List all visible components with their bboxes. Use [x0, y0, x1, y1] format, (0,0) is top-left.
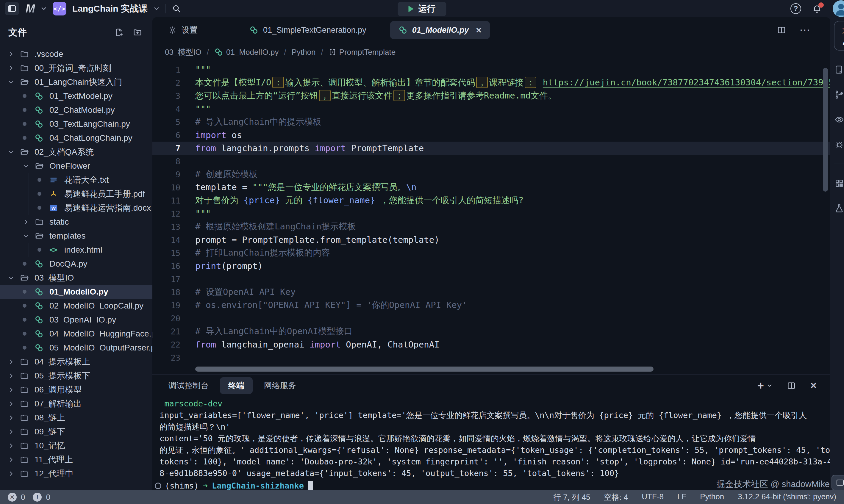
- statusbar-item[interactable]: Python: [700, 492, 724, 503]
- tree-folder-06_调用模型[interactable]: 06_调用模型: [0, 383, 152, 397]
- breadcrumb-item-PromptTemplate[interactable]: PromptTemplate: [328, 48, 396, 57]
- code-line-7[interactable]: 7from langchain.prompts import PromptTem…: [152, 142, 830, 155]
- panel-tab-调试控制台[interactable]: 调试控制台: [160, 377, 217, 394]
- tree-folder-03_模型IO[interactable]: 03_模型IO: [0, 271, 152, 285]
- tree-file-03_OpenAI_IO.py[interactable]: 03_OpenAI_IO.py: [0, 313, 152, 327]
- floating-panel-button[interactable]: [831, 475, 844, 490]
- tree-folder-static[interactable]: static: [0, 215, 152, 229]
- statusbar-item[interactable]: LF: [677, 492, 686, 503]
- code-line-19[interactable]: 19# os.environ["OPENAI_API_KEY"] = '你的Op…: [152, 299, 830, 312]
- code-line-1[interactable]: 1""": [152, 63, 830, 76]
- code-line-14[interactable]: 14prompt = PromptTemplate.from_template(…: [152, 233, 830, 246]
- statusbar-item[interactable]: UTF-8: [642, 492, 664, 503]
- errors-count[interactable]: 0: [21, 493, 25, 502]
- tree-file-04_ChatLongChain.py[interactable]: 04_ChatLongChain.py: [0, 131, 152, 145]
- tree-folder-01_LangChain快速入门[interactable]: 01_LangChain快速入门: [0, 75, 152, 89]
- statusbar-item[interactable]: 空格: 4: [604, 492, 628, 503]
- code-line-16[interactable]: 16print(prompt): [152, 259, 830, 272]
- tree-folder-templates[interactable]: templates: [0, 229, 152, 243]
- tree-file-01_ModelIO.py[interactable]: 01_ModelIO.py: [0, 285, 152, 299]
- flask-icon[interactable]: [834, 202, 844, 214]
- tree-folder-.vscode[interactable]: .vscode: [0, 47, 152, 61]
- tree-folder-04_提示模板上[interactable]: 04_提示模板上: [0, 355, 152, 368]
- tab-设置[interactable]: 设置: [160, 21, 206, 39]
- grid-icon[interactable]: [834, 177, 844, 189]
- split-panel-icon[interactable]: [787, 381, 796, 390]
- sidebar-toggle-button[interactable]: [5, 2, 19, 15]
- statusbar-item[interactable]: 行 7, 列 45: [553, 492, 590, 503]
- code-line-23[interactable]: 23: [152, 351, 830, 364]
- code-line-22[interactable]: 22from langchain_openai import OpenAI, C…: [152, 338, 830, 351]
- tree-folder-00_开篇词_奇点时刻[interactable]: 00_开篇词_奇点时刻: [0, 61, 152, 75]
- warnings-icon[interactable]: !: [33, 493, 42, 502]
- tree-file-04_ModelIO_HuggingFace.py[interactable]: 04_ModelIO_HuggingFace.py: [0, 327, 152, 341]
- eye-icon[interactable]: [834, 114, 844, 126]
- code-line-8[interactable]: 8: [152, 155, 830, 168]
- tab-01_SimpleTextGeneration.py[interactable]: 01_SimpleTextGeneration.py: [241, 21, 375, 39]
- breadcrumb-item-Python[interactable]: Python: [292, 48, 316, 57]
- tree-file-03_TextLangChain.py[interactable]: 03_TextLangChain.py: [0, 117, 152, 131]
- notifications-bell-icon[interactable]: [812, 4, 822, 14]
- terminal-chevron-down-icon[interactable]: [767, 384, 772, 388]
- code-line-9[interactable]: 9# 创建原始模板: [152, 168, 830, 181]
- horizontal-scrollbar[interactable]: [195, 366, 653, 372]
- tree-file-02_ModelIO_LoopCall.py[interactable]: 02_ModelIO_LoopCall.py: [0, 299, 152, 313]
- new-file-icon[interactable]: [115, 28, 124, 37]
- statusbar-item[interactable]: 3.12.2 64-bit ('shims': pyenv): [738, 492, 836, 503]
- code-line-3[interactable]: 3您可以点击最上方的“运行”按钮，直接运行该文件；更多操作指引请参考Readme…: [152, 89, 830, 102]
- tree-folder-07_解析输出[interactable]: 07_解析输出: [0, 397, 152, 411]
- tree-file-01_TextModel.py[interactable]: 01_TextModel.py: [0, 89, 152, 103]
- tree-file-index.html[interactable]: <>index.html: [0, 243, 152, 257]
- tree-file-易速鲜花员工手册.pdf[interactable]: 易速鲜花员工手册.pdf: [0, 187, 152, 201]
- code-editor[interactable]: 1"""2本文件是【模型I/O：输入提示、调用模型、解析输出】章节的配套代码，课…: [152, 61, 830, 374]
- errors-icon[interactable]: ✕: [8, 493, 17, 502]
- more-actions-icon[interactable]: ⋯: [800, 24, 811, 36]
- code-line-2[interactable]: 2本文件是【模型I/O：输入提示、调用模型、解析输出】章节的配套代码，课程链接：…: [152, 76, 830, 89]
- code-line-11[interactable]: 11对于售价为 {price} 元的 {flower_name} ，您能提供一个…: [152, 194, 830, 207]
- tree-file-花语大全.txt[interactable]: 花语大全.txt: [0, 173, 152, 187]
- help-icon[interactable]: ?: [790, 3, 801, 14]
- code-line-5[interactable]: 5# 导入LangChain中的提示模板: [152, 115, 830, 128]
- tree-file-DocQA.py[interactable]: DocQA.py: [0, 257, 152, 271]
- code-line-17[interactable]: 17: [152, 272, 830, 286]
- panel-tab-网络服务[interactable]: 网络服务: [256, 377, 304, 394]
- tree-folder-02_文档QA系统[interactable]: 02_文档QA系统: [0, 145, 152, 159]
- code-line-15[interactable]: 15# 打印LangChain提示模板的内容: [152, 246, 830, 259]
- ai-assistant-icon[interactable]: ✳A: [834, 21, 844, 51]
- course-link[interactable]: https://juejin.cn/book/73877023474361303…: [543, 77, 830, 88]
- code-line-21[interactable]: 21# 导入LangChain中的OpenAI模型接口: [152, 325, 830, 338]
- vertical-scrollbar[interactable]: [823, 68, 828, 192]
- code-line-13[interactable]: 13# 根据原始模板创建LangChain提示模板: [152, 220, 830, 233]
- code-line-20[interactable]: 20: [152, 312, 830, 325]
- terminal[interactable]: marscode-devinput_variables=['flower_nam…: [152, 397, 830, 490]
- code-line-6[interactable]: 6import os: [152, 128, 830, 142]
- tree-folder-11_代理上[interactable]: 11_代理上: [0, 452, 152, 467]
- tree-file-02_ChatModel.py[interactable]: 02_ChatModel.py: [0, 103, 152, 117]
- new-folder-icon[interactable]: [133, 28, 142, 37]
- bug-icon[interactable]: [834, 139, 844, 150]
- tab-01_ModelIO.py[interactable]: 01_ModelIO.py×: [390, 21, 490, 39]
- code-line-18[interactable]: 18# 设置OpenAI API Key: [152, 286, 830, 299]
- split-editor-icon[interactable]: [777, 25, 786, 35]
- search-icon[interactable]: [172, 4, 181, 13]
- tree-folder-08_链上[interactable]: 08_链上: [0, 411, 152, 425]
- run-button[interactable]: 运行: [398, 2, 446, 16]
- code-line-4[interactable]: 4""": [152, 102, 830, 115]
- tree-folder-10_记忆[interactable]: 10_记忆: [0, 438, 152, 452]
- close-panel-icon[interactable]: ×: [810, 380, 816, 391]
- workspace-chevron-down-icon[interactable]: [41, 6, 47, 11]
- close-tab-icon[interactable]: ×: [476, 25, 482, 35]
- warnings-count[interactable]: 0: [46, 493, 50, 502]
- tree-file-05_ModelIO_OutputParser.py[interactable]: 05_ModelIO_OutputParser.py: [0, 341, 152, 355]
- avatar[interactable]: [833, 0, 844, 17]
- code-line-10[interactable]: 10template = """您是一位专业的鲜花店文案撰写员。\n: [152, 181, 830, 194]
- breadcrumb-item-03_模型IO[interactable]: 03_模型IO: [165, 47, 201, 57]
- project-chevron-down-icon[interactable]: [154, 6, 160, 11]
- panel-tab-终端[interactable]: 终端: [220, 377, 253, 394]
- new-terminal-button[interactable]: +: [757, 380, 772, 391]
- tree-file-易速鲜花运营指南.docx[interactable]: W易速鲜花运营指南.docx: [0, 201, 152, 215]
- branch-icon[interactable]: [834, 89, 844, 101]
- tree-folder-OneFlower[interactable]: OneFlower: [0, 159, 152, 173]
- tree-folder-05_提示模板下[interactable]: 05_提示模板下: [0, 368, 152, 383]
- tree-folder-09_链下[interactable]: 09_链下: [0, 425, 152, 438]
